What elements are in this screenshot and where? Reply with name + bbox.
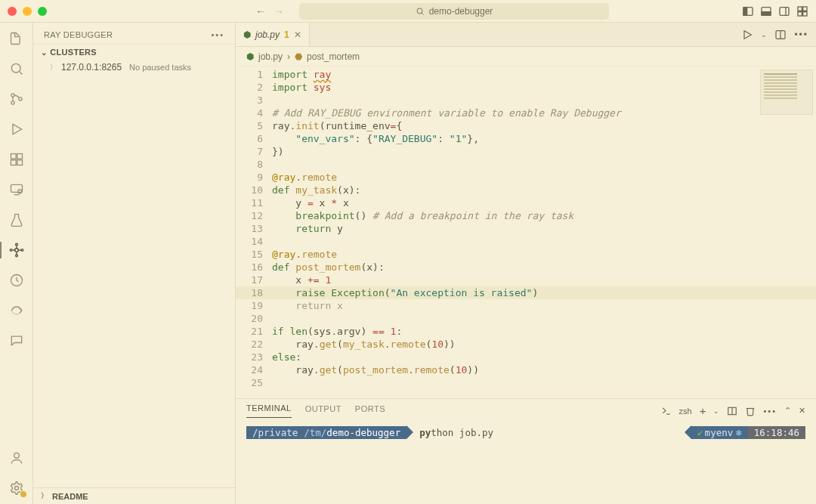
svg-point-37 (14, 487, 18, 490)
svg-point-28 (20, 249, 23, 252)
code-line[interactable]: 20 (236, 312, 816, 325)
timeline-icon[interactable] (8, 272, 25, 289)
terminal-dropdown-icon[interactable]: ⌄ (713, 407, 719, 415)
terminal[interactable]: /private/tm/demo-debugger python job.py … (236, 418, 816, 447)
minimap[interactable] (760, 70, 813, 115)
tab-bar: ⬢ job.py 1 ✕ ⌄ ••• (236, 23, 816, 47)
code-line[interactable]: 24 ray.get(post_mortem.remote(10)) (236, 363, 816, 376)
extensions-icon[interactable] (8, 151, 25, 168)
nav-forward-button[interactable]: → (274, 5, 284, 17)
chevron-right-icon: 〉 (41, 491, 48, 501)
code-line[interactable]: 21if len(sys.argv) == 1: (236, 325, 816, 338)
close-window-button[interactable] (8, 7, 17, 16)
code-line[interactable]: 6 "env_vars": {"RAY_DEBUG": "1"}, (236, 132, 816, 145)
code-line[interactable]: 2import sys (236, 81, 816, 94)
sidebar-more-icon[interactable]: ••• (211, 30, 224, 39)
ray-debugger-icon[interactable] (8, 242, 25, 258)
code-line[interactable]: 14 (236, 235, 816, 248)
editor-more-icon[interactable]: ••• (794, 29, 808, 40)
maximize-panel-icon[interactable]: ⌃ (784, 406, 791, 416)
nav-back-button[interactable]: ← (255, 5, 266, 17)
layout-panel-icon[interactable] (760, 5, 772, 17)
svg-rect-3 (743, 7, 747, 15)
sidebar-readme-section[interactable]: 〉 README (33, 487, 235, 504)
svg-point-26 (14, 249, 18, 252)
code-line[interactable]: 25 (236, 376, 816, 389)
split-editor-icon[interactable] (774, 29, 787, 41)
panel-more-icon[interactable]: ••• (763, 407, 777, 416)
code-line[interactable]: 22 ray.get(my_task.remote(10)) (236, 338, 816, 351)
code-line[interactable]: 17 x += 1 (236, 274, 816, 286)
close-panel-icon[interactable]: ✕ (799, 406, 805, 416)
breadcrumbs[interactable]: ⬢ job.py › ⬣ post_mortem (236, 47, 816, 66)
code-editor[interactable]: 1import ray2import sys34# Add RAY_DEBUG … (236, 66, 816, 398)
prompt-env: ✔myenv❄ (691, 426, 748, 439)
kill-terminal-icon[interactable] (745, 406, 756, 416)
code-line[interactable]: 4# Add RAY_DEBUG environment variable to… (236, 107, 816, 119)
tab-filename: job.py (255, 29, 280, 40)
command-center[interactable]: demo-debugger (299, 3, 609, 20)
python-file-icon: ⬢ (243, 29, 251, 40)
sidebar: RAY DEBUGGER ••• ⌄ CLUSTERS 〉 127.0.0.1:… (33, 23, 236, 504)
titlebar: ← → demo-debugger (0, 0, 816, 23)
code-line[interactable]: 23else: (236, 351, 816, 363)
code-line[interactable]: 10def my_task(x): (236, 184, 816, 196)
code-line[interactable]: 8 (236, 158, 816, 171)
panel-tab-terminal[interactable]: TERMINAL (246, 404, 292, 418)
maximize-window-button[interactable] (38, 7, 47, 16)
layout-customize-icon[interactable] (796, 5, 808, 17)
explorer-icon[interactable] (8, 30, 25, 47)
tab-job-py[interactable]: ⬢ job.py 1 ✕ (236, 23, 310, 46)
live-share-icon[interactable] (8, 302, 25, 319)
svg-rect-10 (798, 11, 802, 15)
chevron-right-icon: 〉 (50, 63, 57, 73)
testing-icon[interactable] (8, 212, 25, 228)
prompt-path-seg3: demo-debugger (326, 426, 406, 439)
svg-point-30 (15, 255, 17, 257)
code-line[interactable]: 5ray.init(runtime_env={ (236, 119, 816, 132)
source-control-icon[interactable] (8, 91, 25, 107)
code-line[interactable]: 7}) (236, 145, 816, 158)
terminal-command: python job.py (419, 427, 493, 438)
svg-point-12 (11, 63, 20, 73)
tab-close-icon[interactable]: ✕ (294, 29, 301, 40)
prompt-arrow-icon (406, 425, 413, 439)
panel-tab-output[interactable]: OUTPUT (305, 404, 342, 418)
code-line[interactable]: 9@ray.remote (236, 171, 816, 184)
code-line[interactable]: 19 return x (236, 299, 816, 312)
split-terminal-icon[interactable] (727, 406, 737, 416)
terminal-shell-label[interactable]: zsh (679, 407, 692, 416)
new-terminal-icon[interactable]: + (700, 404, 706, 417)
remote-explorer-icon[interactable] (8, 181, 25, 198)
layout-sidebar-left-icon[interactable] (742, 5, 754, 17)
comments-icon[interactable] (8, 332, 25, 349)
run-dropdown-icon[interactable]: ⌄ (761, 31, 767, 39)
run-file-icon[interactable] (741, 29, 753, 41)
code-line[interactable]: 1import ray (236, 68, 816, 81)
run-debug-icon[interactable] (8, 121, 25, 138)
svg-point-0 (417, 8, 422, 14)
layout-sidebar-right-icon[interactable] (778, 5, 790, 17)
cluster-address: 127.0.0.1:8265 (61, 62, 122, 73)
accounts-icon[interactable] (8, 450, 25, 466)
panel-tab-ports[interactable]: PORTS (355, 404, 385, 418)
search-activity-icon[interactable] (8, 60, 25, 77)
svg-line-13 (19, 71, 22, 74)
editor-actions: ⌄ ••• (741, 23, 816, 46)
code-line[interactable]: 18 raise Exception("An exception is rais… (236, 286, 816, 299)
code-line[interactable]: 16def post_mortem(x): (236, 261, 816, 274)
svg-point-36 (14, 453, 19, 458)
svg-rect-18 (11, 154, 16, 159)
code-line[interactable]: 3 (236, 94, 816, 107)
settings-gear-icon[interactable] (8, 480, 25, 496)
code-line[interactable]: 12 breakpoint() # Add a breakpoint in th… (236, 209, 816, 222)
nav-arrows: ← → (255, 5, 284, 17)
code-line[interactable]: 13 return y (236, 222, 816, 235)
code-line[interactable]: 11 y = x * x (236, 196, 816, 209)
chevron-down-icon: ⌄ (41, 48, 47, 57)
cluster-tree-item[interactable]: 〉 127.0.0.1:8265 No paused tasks (33, 60, 235, 75)
svg-point-16 (18, 97, 21, 100)
minimize-window-button[interactable] (23, 7, 32, 16)
code-line[interactable]: 15@ray.remote (236, 248, 816, 261)
clusters-section-header[interactable]: ⌄ CLUSTERS (33, 44, 235, 60)
